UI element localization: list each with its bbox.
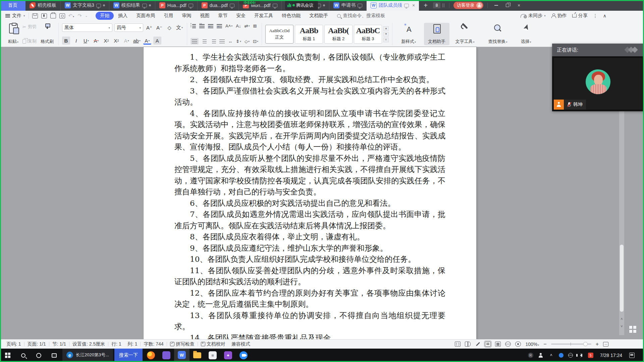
align-right-icon[interactable]	[211, 39, 216, 44]
more-options-icon[interactable]: ⋮	[593, 13, 598, 18]
tray-hidden-icons-chevron[interactable]: ˄	[548, 353, 554, 358]
font-color-button[interactable]: A▾	[143, 38, 151, 45]
document-page[interactable]: 1、学生社会实践活动实行领队负责制，各团队设领队（专业教师或学生工作系统教师）和…	[144, 47, 476, 339]
format-painter-button[interactable]: 格式刷	[39, 23, 55, 45]
new-style-button[interactable]: 新样式▾	[396, 23, 421, 45]
taskbar-search-button[interactable]	[15, 349, 31, 362]
menu-tab-home[interactable]: 开始	[96, 12, 114, 20]
decrease-indent-icon[interactable]	[208, 24, 213, 28]
share-button[interactable]: 分享	[572, 13, 588, 19]
collaborate-button[interactable]: 协作	[551, 13, 567, 19]
tab-count-badge[interactable]: 8	[433, 2, 440, 8]
print-preview-icon[interactable]	[59, 13, 65, 18]
zoom-in-button[interactable]: +	[596, 341, 599, 347]
menu-tab-developer[interactable]: 开发工具	[250, 12, 277, 20]
style-heading-2[interactable]: AaBb( 标题 2	[324, 25, 353, 44]
increase-indent-icon[interactable]	[217, 24, 222, 28]
find-replace-button[interactable]: 查找替换▾	[485, 23, 511, 45]
command-search[interactable]: 查找命令、搜索模板	[337, 13, 385, 19]
undo-icon[interactable]: ↶▾	[68, 13, 74, 19]
styles-more-icon[interactable]: ≡	[383, 38, 389, 42]
export-icon[interactable]	[41, 13, 47, 18]
character-shading-button[interactable]: A	[153, 37, 161, 45]
grow-font-button[interactable]: A⁺	[145, 24, 153, 32]
fullscreen-view-icon[interactable]	[455, 342, 461, 347]
fit-page-icon[interactable]	[603, 342, 608, 347]
minimize-button[interactable]	[491, 1, 501, 10]
print-icon[interactable]	[50, 13, 56, 18]
tab-application[interactable]: W 申请书	[329, 0, 367, 11]
select-button[interactable]: 选择▾	[513, 23, 539, 45]
italic-button[interactable]: I	[72, 37, 80, 45]
style-normal[interactable]: AaBbCcDd 正文	[265, 25, 293, 44]
purple-app2-taskbar-button[interactable]: ✦	[220, 349, 236, 362]
superscript-button[interactable]: X2	[102, 37, 110, 45]
tray-blue-app-icon[interactable]	[559, 353, 564, 358]
start-button[interactable]	[0, 349, 15, 362]
tab-docer-templates[interactable]: 稻壳模板	[25, 0, 61, 11]
styles-scroll-up-icon[interactable]: ▲	[383, 26, 389, 31]
menu-tab-doc-assistant[interactable]: 文档助手	[305, 12, 332, 20]
insert-table-icon[interactable]: ⊞	[253, 23, 257, 28]
zoom-slider[interactable]	[551, 344, 591, 345]
file-menu[interactable]: 文件 ▾	[5, 13, 25, 19]
sort-icon[interactable]: A↓	[236, 23, 241, 28]
read-layout-icon[interactable]	[465, 342, 471, 347]
zoom-level[interactable]: 100%▾	[525, 342, 539, 347]
tab-home[interactable]: 首页	[0, 0, 25, 11]
menu-tab-insert[interactable]: 插入	[114, 12, 132, 20]
numbered-list-icon[interactable]	[199, 24, 205, 28]
file-explorer-taskbar-button[interactable]	[190, 349, 205, 362]
task-view-button[interactable]	[46, 349, 62, 362]
customize-quickbar-icon[interactable]: ⌄	[85, 14, 88, 17]
spell-check-toggle[interactable]: 拼写检查	[167, 341, 198, 347]
eye-protection-icon[interactable]	[515, 342, 521, 347]
search-once-button[interactable]: 搜索一下	[114, 349, 143, 362]
tab-hua-pdf[interactable]: P Hua...pdf	[155, 0, 198, 11]
collapse-ribbon-icon[interactable]: ∧	[603, 13, 606, 18]
close-tab-icon[interactable]: ×	[412, 3, 415, 8]
distribute-icon[interactable]: ↔	[228, 39, 232, 44]
network-icon[interactable]	[568, 353, 573, 358]
tray-r-icon[interactable]: R	[528, 353, 533, 358]
bold-button[interactable]: B	[62, 37, 70, 45]
menu-tab-section[interactable]: 章节	[214, 12, 232, 20]
borders-icon[interactable]: ⊡▾	[253, 39, 258, 44]
next-page-button[interactable]: ˅	[619, 322, 625, 330]
strikethrough-button[interactable]: A▾	[92, 37, 100, 45]
tab-team-members-active[interactable]: W 团队成员须 ×	[367, 0, 419, 11]
menu-tab-special-features[interactable]: 特色功能	[277, 12, 305, 20]
menu-tab-security[interactable]: 安全	[232, 12, 250, 20]
zoom-slider-handle[interactable]	[583, 342, 588, 346]
firefox-taskbar-button[interactable]	[143, 349, 159, 362]
wps-taskbar-button[interactable]: W	[174, 349, 190, 362]
tab-simulation-result[interactable]: W 模拟结果	[109, 0, 155, 11]
scrollbar-thumb[interactable]	[620, 245, 624, 312]
purple-app-taskbar-button[interactable]	[159, 349, 174, 362]
tab-document-3[interactable]: W 文字文稿3	[61, 0, 109, 11]
meeting-audio-level-pill[interactable]	[239, 0, 260, 5]
action-center-icon[interactable]	[629, 353, 635, 358]
justify-icon[interactable]	[219, 39, 225, 44]
volume-icon[interactable]	[578, 353, 583, 358]
tray-person-icon[interactable]	[538, 353, 544, 358]
line-spacing-icon[interactable]: ⇕▾	[236, 39, 241, 44]
tab-list-handle-icon[interactable]	[442, 3, 444, 7]
tencent-meeting-taskbar-button[interactable]	[236, 349, 251, 362]
notepad-taskbar-button[interactable]: ≡	[205, 349, 220, 362]
highlight-color-button[interactable]: ab▾	[132, 37, 141, 45]
clear-format-eraser-icon[interactable]: ◇	[165, 24, 173, 32]
status-section[interactable]: 节: 1/1	[49, 341, 69, 347]
character-scale-icon[interactable]: A˄▾	[225, 23, 232, 28]
cloud-sync-button[interactable]: 未同步 ▾	[521, 13, 546, 19]
style-heading-3[interactable]: AaBbC 标题 3	[354, 25, 382, 44]
visitor-login-button[interactable]: 访客登录	[453, 2, 483, 9]
new-tab-button[interactable]: +	[419, 0, 432, 11]
tray-red-app-icon[interactable]: 5	[588, 353, 593, 358]
text-tools-button[interactable]: 文字工具▾	[452, 23, 478, 45]
copy-button[interactable]: 复制	[22, 38, 37, 44]
taskbar-clock[interactable]: 7/28 17:24	[598, 353, 624, 358]
text-direction-icon[interactable]: ⇄▾	[244, 23, 250, 28]
menu-tab-view[interactable]: 视图	[196, 12, 214, 20]
align-center-icon[interactable]	[202, 39, 207, 44]
